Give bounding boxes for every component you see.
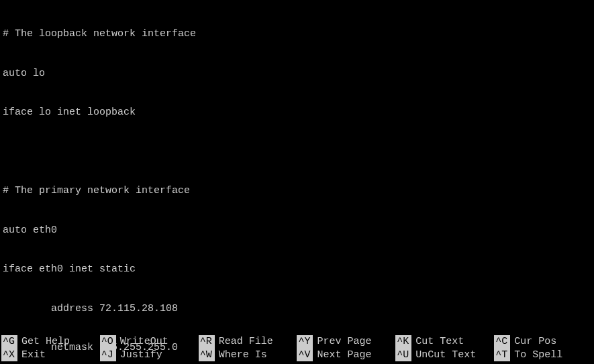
key-hint: ^O <box>100 335 116 349</box>
line-text: address 72.115.28.108 <box>3 303 178 314</box>
editor-line: iface eth0 inet static <box>3 263 591 276</box>
editor-line <box>3 145 591 159</box>
key-hint: ^X <box>1 349 17 362</box>
editor-line: # The loopback network interface <box>3 27 591 41</box>
menu-justify[interactable]: ^JJustify <box>100 349 199 362</box>
menu-next-page[interactable]: ^VNext Page <box>297 349 395 362</box>
menu-read-file[interactable]: ^RRead File <box>199 335 297 349</box>
menu-uncut-text[interactable]: ^UUnCut Text <box>395 349 494 362</box>
menu-label: Prev Page <box>317 335 371 349</box>
menu-label: UnCut Text <box>415 349 476 362</box>
editor-line: iface lo inet loopback <box>3 106 591 119</box>
key-hint: ^K <box>395 335 411 349</box>
menu-prev-page[interactable]: ^YPrev Page <box>297 335 395 349</box>
key-hint: ^G <box>1 335 17 349</box>
line-text: iface lo inet loopback <box>3 107 136 118</box>
key-hint: ^J <box>100 349 116 362</box>
menu-cut-text[interactable]: ^KCut Text <box>395 335 494 349</box>
menu-label: Read File <box>219 335 273 349</box>
menu-where-is[interactable]: ^WWhere Is <box>199 349 297 362</box>
key-hint: ^U <box>395 349 411 362</box>
menu-label: Cut Text <box>415 335 464 349</box>
editor-line: auto eth0 <box>3 224 591 237</box>
editor-line: auto lo <box>3 67 591 80</box>
key-hint: ^W <box>199 349 215 362</box>
menu-label: Justify <box>120 349 162 362</box>
menu-label: Cur Pos <box>514 335 556 349</box>
line-text: iface eth0 inet static <box>3 263 136 275</box>
menu-label: Where Is <box>219 349 267 362</box>
line-text: auto lo <box>3 68 45 79</box>
editor-area[interactable]: # The loopback network interface auto lo… <box>0 0 594 364</box>
menu-writeout[interactable]: ^OWriteOut <box>100 335 199 349</box>
menu-label: WriteOut <box>120 335 168 349</box>
key-hint: ^V <box>297 349 313 362</box>
menu-to-spell[interactable]: ^TTo Spell <box>494 349 593 362</box>
line-text: auto eth0 <box>3 225 57 236</box>
editor-line: # The primary network interface <box>3 184 591 198</box>
menu-label: Next Page <box>317 349 371 362</box>
menu-label: To Spell <box>514 349 562 362</box>
key-hint: ^T <box>494 349 510 362</box>
menu-label: Exit <box>21 349 46 362</box>
line-text: # The loopback network interface <box>3 28 196 40</box>
menu-exit[interactable]: ^XExit <box>1 349 100 362</box>
menu-get-help[interactable]: ^GGet Help <box>1 335 100 349</box>
menu-label: Get Help <box>21 335 70 349</box>
key-hint: ^R <box>199 335 215 349</box>
key-hint: ^Y <box>297 335 313 349</box>
menu-cur-pos[interactable]: ^CCur Pos <box>494 335 593 349</box>
shortcut-menu: ^GGet Help ^OWriteOut ^RRead File ^YPrev… <box>0 334 594 364</box>
editor-line: address 72.115.28.108 <box>3 302 591 316</box>
line-text: # The primary network interface <box>3 185 190 196</box>
key-hint: ^C <box>494 335 510 349</box>
